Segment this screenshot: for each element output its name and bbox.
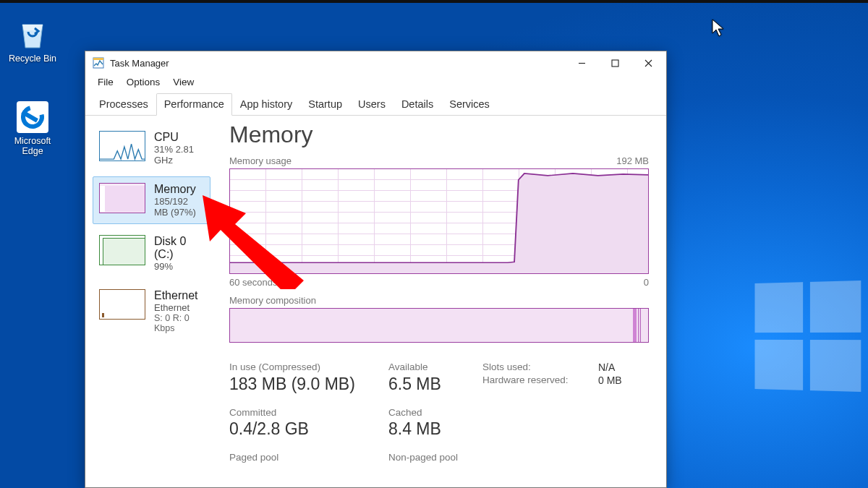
cpu-thumb-icon xyxy=(99,131,145,161)
stat-available-value: 6.5 MB xyxy=(388,374,482,394)
tab-app-history[interactable]: App history xyxy=(232,93,301,116)
memory-usage-chart xyxy=(229,168,649,274)
memory-stats-grid: In use (Compressed) Available Slots used… xyxy=(229,361,649,463)
desktop-icon-label: Microsoft Edge xyxy=(4,136,61,156)
tab-users[interactable]: Users xyxy=(350,93,393,116)
stat-hw-label: Hardware reserved: xyxy=(482,374,598,394)
task-manager-icon xyxy=(93,57,104,69)
titlebar[interactable]: Task Manager xyxy=(85,51,666,74)
sidebar-item-sub: 31% 2.81 GHz xyxy=(154,144,204,166)
content-area: CPU 31% 2.81 GHz Memory 185/192 MB (97%) xyxy=(85,116,666,487)
sidebar-item-memory[interactable]: Memory 185/192 MB (97%) xyxy=(93,176,210,224)
tabs: Processes Performance App history Startu… xyxy=(85,93,666,116)
task-manager-window: Task Manager File Options View Processes… xyxy=(85,51,667,488)
sidebar-item-ethernet[interactable]: Ethernet Ethernet S: 0 R: 0 Kbps xyxy=(93,283,210,340)
window-title: Task Manager xyxy=(110,58,169,69)
chart-label-right: 192 MB xyxy=(616,155,649,166)
stat-cached-label: Cached xyxy=(388,407,482,418)
svg-rect-3 xyxy=(612,60,618,67)
memory-main-panel: Memory Memory usage 192 MB 60 seconds 0 … xyxy=(215,116,666,487)
desktop-icon-edge[interactable]: Microsoft Edge xyxy=(4,101,61,156)
close-button[interactable] xyxy=(631,52,665,74)
sidebar-item-title: CPU xyxy=(154,131,204,144)
sidebar-item-sub: Ethernet xyxy=(154,302,204,313)
svg-rect-1 xyxy=(93,58,103,60)
memory-composition-bar xyxy=(229,308,649,343)
desktop-icon-label: Recycle Bin xyxy=(4,53,61,64)
sidebar-item-title: Ethernet xyxy=(154,289,204,302)
chart-foot-right: 0 xyxy=(644,277,649,288)
stat-paged-label: Paged pool xyxy=(229,452,388,463)
sidebar-item-sub: 99% xyxy=(154,261,204,272)
performance-sidebar: CPU 31% 2.81 GHz Memory 185/192 MB (97%) xyxy=(85,116,215,487)
maximize-button[interactable] xyxy=(598,52,631,74)
desktop-icon-recycle-bin[interactable]: Recycle Bin xyxy=(4,16,61,64)
chart-label-left: Memory usage xyxy=(229,155,292,166)
tab-startup[interactable]: Startup xyxy=(300,93,350,116)
sidebar-item-title: Memory xyxy=(154,183,204,196)
stat-cached-value: 8.4 MB xyxy=(388,419,482,439)
tab-processes[interactable]: Processes xyxy=(91,93,156,116)
tab-details[interactable]: Details xyxy=(393,93,441,116)
mouse-cursor-icon xyxy=(712,19,725,38)
sidebar-item-title: Disk 0 (C:) xyxy=(154,235,204,261)
stat-nonpaged-label: Non-paged pool xyxy=(388,452,482,463)
stat-available-label: Available xyxy=(388,361,482,373)
sidebar-item-sub: 185/192 MB (97%) xyxy=(154,196,204,218)
recycle-bin-icon xyxy=(15,16,50,51)
menu-options[interactable]: Options xyxy=(120,74,167,90)
top-black-bar xyxy=(0,0,868,3)
sidebar-item-disk[interactable]: Disk 0 (C:) 99% xyxy=(93,228,210,278)
stat-slots-label: Slots used: xyxy=(482,361,598,373)
sidebar-item-sub2: S: 0 R: 0 Kbps xyxy=(154,313,204,333)
sidebar-item-cpu[interactable]: CPU 31% 2.81 GHz xyxy=(93,124,210,172)
memory-thumb-icon xyxy=(99,183,145,213)
stat-committed-value: 0.4/2.8 GB xyxy=(229,419,388,439)
minimize-button[interactable] xyxy=(565,52,598,74)
tab-performance[interactable]: Performance xyxy=(156,93,232,116)
edge-icon xyxy=(17,101,48,133)
composition-label: Memory composition xyxy=(229,295,649,306)
ethernet-thumb-icon xyxy=(99,289,145,320)
menu-view[interactable]: View xyxy=(166,74,200,90)
menubar: File Options View xyxy=(85,74,666,93)
chart-foot-left: 60 seconds xyxy=(229,277,278,288)
stat-inuse-value: 183 MB (9.0 MB) xyxy=(229,374,388,394)
panel-heading: Memory xyxy=(229,121,649,148)
stat-committed-label: Committed xyxy=(229,407,388,418)
stat-hw-value: 0 MB xyxy=(598,374,649,394)
menu-file[interactable]: File xyxy=(91,74,120,90)
stat-slots-value: N/A xyxy=(598,361,649,373)
windows-logo xyxy=(754,281,861,392)
stat-inuse-label: In use (Compressed) xyxy=(229,361,388,373)
tab-services[interactable]: Services xyxy=(441,93,498,116)
disk-thumb-icon xyxy=(99,235,145,265)
